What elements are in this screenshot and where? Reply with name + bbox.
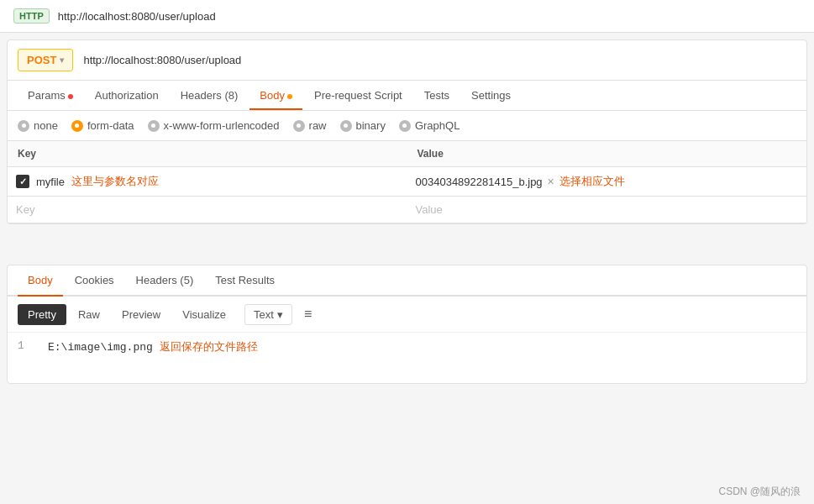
option-graphql[interactable]: GraphQL (399, 119, 460, 132)
resp-tab-headers[interactable]: Headers (5) (126, 265, 204, 295)
resp-raw-button[interactable]: Raw (68, 304, 110, 325)
top-url-display: http://localhost:8080/user/upload (58, 10, 216, 23)
value-cell-empty: Value (407, 197, 807, 223)
tab-tests[interactable]: Tests (414, 81, 460, 110)
row1-clear[interactable]: × (548, 175, 554, 188)
row1-key: myfile (36, 176, 65, 188)
method-select[interactable]: POST ▾ (18, 49, 73, 71)
tab-prerequest[interactable]: Pre-request Script (304, 81, 412, 110)
request-tabs: Params Authorization Headers (8) Body Pr… (8, 81, 806, 111)
params-dot (68, 94, 73, 99)
form-data-table: Key Value myfile 这里与参数名对应 00340348922814… (8, 141, 806, 223)
http-badge: HTTP (13, 8, 50, 24)
url-bar: POST ▾ (8, 40, 806, 81)
tab-body[interactable]: Body (249, 81, 302, 110)
text-format-label: Text (254, 308, 274, 321)
value-header: Value (407, 141, 807, 167)
empty-key-placeholder: Key (16, 203, 34, 216)
response-annotation: 返回保存的文件路径 (160, 341, 258, 354)
footer: CSDN @随风的浪 (718, 485, 801, 499)
text-format-select[interactable]: Text ▾ (244, 304, 292, 325)
row1-key-annotation: 这里与参数名对应 (71, 174, 159, 189)
radio-form-data (71, 120, 83, 132)
radio-graphql (399, 120, 411, 132)
radio-none (18, 120, 29, 132)
option-raw[interactable]: raw (293, 119, 327, 132)
option-none[interactable]: none (18, 119, 58, 132)
response-toolbar: Pretty Raw Preview Visualize Text ▾ ≡ (8, 297, 806, 333)
footer-text: CSDN @随风的浪 (718, 486, 801, 497)
response-code: E:\image\img.png (48, 341, 153, 354)
tab-headers[interactable]: Headers (8) (171, 81, 249, 110)
key-header: Key (8, 141, 407, 167)
tab-params[interactable]: Params (18, 81, 83, 110)
line-number-1: 1 (18, 339, 34, 376)
top-bar: HTTP http://localhost:8080/user/upload (0, 0, 814, 33)
resp-tab-cookies[interactable]: Cookies (65, 265, 124, 295)
method-chevron: ▾ (60, 55, 64, 65)
form-row-empty: Key Value (8, 197, 806, 223)
resp-visualize-button[interactable]: Visualize (172, 304, 236, 325)
option-binary[interactable]: binary (340, 119, 386, 132)
key-cell-empty: Key (8, 197, 407, 223)
radio-raw (293, 120, 305, 132)
section-divider (0, 231, 814, 265)
resp-tab-body[interactable]: Body (18, 265, 63, 297)
body-options: none form-data x-www-form-urlencoded raw… (8, 111, 806, 141)
empty-value-placeholder: Value (416, 203, 443, 216)
radio-urlencoded (148, 120, 160, 132)
response-tabs: Body Cookies Headers (5) Test Results (8, 265, 806, 297)
request-section: POST ▾ Params Authorization Headers (8) … (7, 39, 807, 224)
response-section: Body Cookies Headers (5) Test Results Pr… (7, 265, 807, 384)
option-urlencoded[interactable]: x-www-form-urlencoded (148, 119, 280, 132)
tab-authorization[interactable]: Authorization (85, 81, 169, 110)
url-input[interactable] (80, 50, 796, 70)
resp-pretty-button[interactable]: Pretty (18, 304, 66, 325)
key-cell-1: myfile 这里与参数名对应 (8, 167, 407, 197)
form-row-1: myfile 这里与参数名对应 0034034892281415_b.jpg ×… (8, 167, 806, 197)
row1-file-action[interactable]: 选择相应文件 (559, 174, 625, 189)
wrap-icon[interactable]: ≡ (301, 303, 315, 325)
body-dot (287, 94, 292, 99)
text-format-chevron: ▾ (277, 308, 283, 321)
option-form-data[interactable]: form-data (71, 119, 134, 132)
row1-checkbox[interactable] (16, 175, 29, 188)
response-body: 1 E:\image\img.png 返回保存的文件路径 (8, 333, 806, 383)
value-cell-1: 0034034892281415_b.jpg × 选择相应文件 (407, 167, 807, 197)
row1-value: 0034034892281415_b.jpg (416, 176, 543, 188)
tab-settings[interactable]: Settings (461, 81, 521, 110)
resp-tab-testresults[interactable]: Test Results (205, 265, 285, 295)
response-line-1: E:\image\img.png 返回保存的文件路径 (48, 339, 258, 376)
radio-binary (340, 120, 352, 132)
resp-preview-button[interactable]: Preview (112, 304, 171, 325)
method-label: POST (27, 54, 56, 66)
